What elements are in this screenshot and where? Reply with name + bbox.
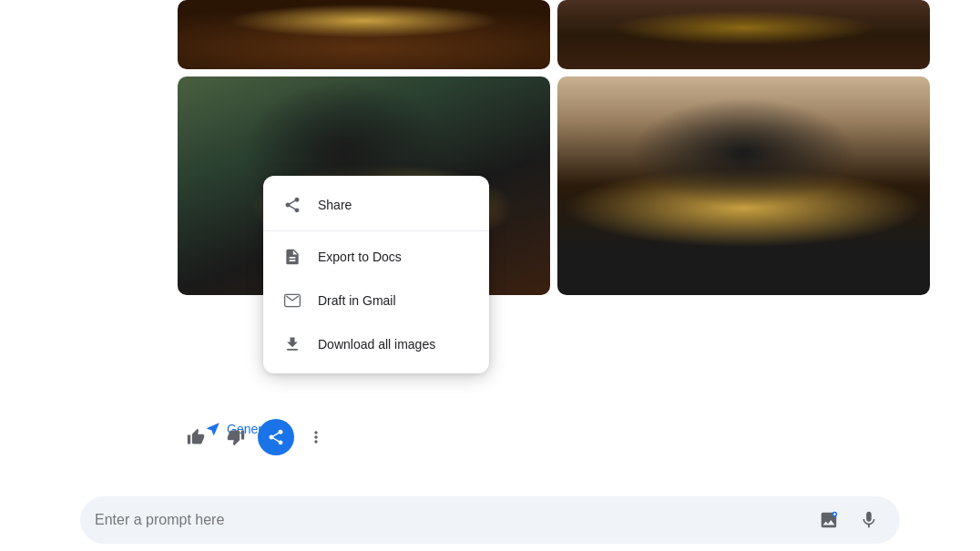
- gmail-menu-icon: [281, 290, 303, 311]
- prompt-input[interactable]: [95, 512, 812, 528]
- context-menu: Share Export to Docs Draft in Gmail Down…: [263, 176, 489, 373]
- menu-item-draft-gmail[interactable]: Draft in Gmail: [263, 279, 489, 322]
- thumbs-down-icon: [227, 428, 245, 446]
- share-menu-label: Share: [318, 198, 352, 212]
- menu-item-download-all[interactable]: Download all images: [263, 322, 489, 366]
- download-all-label: Download all images: [318, 337, 435, 352]
- image-top-right: [557, 0, 930, 69]
- thumbs-up-button[interactable]: [178, 419, 214, 455]
- add-image-button[interactable]: [812, 504, 845, 536]
- menu-item-share[interactable]: Share: [263, 183, 489, 227]
- export-docs-label: Export to Docs: [318, 250, 402, 264]
- share-menu-icon: [281, 194, 303, 216]
- download-menu-icon: [281, 333, 303, 355]
- more-options-button[interactable]: [298, 419, 334, 455]
- image-bottom-right: [557, 77, 930, 295]
- voice-input-button[interactable]: [852, 504, 885, 536]
- add-image-icon: [819, 510, 839, 530]
- microphone-icon: [859, 510, 879, 530]
- thumbs-up-icon: [187, 428, 205, 446]
- share-button[interactable]: [258, 419, 294, 455]
- thumbs-down-button[interactable]: [218, 419, 254, 455]
- draft-gmail-label: Draft in Gmail: [318, 293, 396, 308]
- more-icon: [307, 428, 325, 446]
- menu-divider-1: [263, 230, 489, 231]
- menu-item-export-docs[interactable]: Export to Docs: [263, 235, 489, 279]
- docs-menu-icon: [281, 246, 303, 268]
- prompt-bar: [80, 496, 900, 544]
- image-top-left: [178, 0, 550, 69]
- share-icon: [267, 428, 285, 446]
